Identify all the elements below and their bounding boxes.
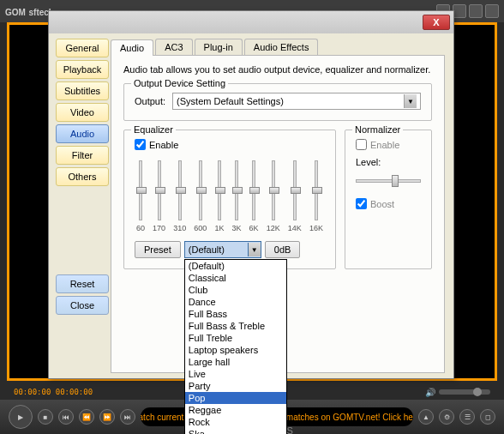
stop-button[interactable]: ■ bbox=[38, 409, 53, 425]
playlist-button[interactable]: ☰ bbox=[459, 409, 475, 425]
eq-thumb[interactable] bbox=[196, 187, 207, 194]
tab-row: Audio AC3 Plug-in Audio Effects bbox=[111, 39, 445, 56]
play-button[interactable]: ▶ bbox=[9, 405, 33, 429]
zero-db-button[interactable]: 0dB bbox=[265, 241, 301, 258]
screen-button[interactable]: ◻ bbox=[480, 409, 495, 425]
preset-option[interactable]: Dance bbox=[185, 296, 286, 308]
sidebar-item-filter[interactable]: Filter bbox=[56, 146, 109, 165]
preset-option[interactable]: Classical bbox=[185, 272, 286, 284]
prev-button[interactable]: ⏮ bbox=[58, 409, 74, 425]
eq-thumb[interactable] bbox=[176, 187, 186, 194]
logo-text: GOM bbox=[5, 8, 26, 17]
eq-enable-label: Enable bbox=[149, 140, 178, 150]
preset-option[interactable]: Reggae bbox=[185, 404, 286, 416]
timecode: 00:00:00 00:00:00 bbox=[14, 388, 93, 396]
sidebar-item-subtitles[interactable]: Subtitles bbox=[56, 81, 109, 100]
dialog-close-button[interactable]: X bbox=[423, 15, 450, 30]
output-device-select[interactable]: (System Default Settings) ▼ bbox=[172, 93, 421, 110]
norm-enable-checkbox[interactable]: Enable bbox=[356, 139, 421, 150]
preset-option[interactable]: Laptop speakers bbox=[185, 344, 286, 356]
sidebar: General Playback Subtitles Video Audio F… bbox=[49, 33, 111, 378]
output-value: (System Default Settings) bbox=[177, 96, 284, 106]
close-button[interactable] bbox=[485, 4, 499, 18]
settings-panel: Audio AC3 Plug-in Audio Effects Audio ta… bbox=[111, 33, 453, 378]
eq-band-14K[interactable]: 14K bbox=[288, 160, 302, 232]
preset-option[interactable]: Live bbox=[185, 368, 286, 380]
level-thumb[interactable] bbox=[392, 175, 399, 187]
sidebar-item-playback[interactable]: Playback bbox=[56, 60, 109, 79]
eq-band-6K[interactable]: 6K bbox=[249, 160, 259, 232]
eq-enable-checkbox[interactable]: Enable bbox=[135, 139, 325, 150]
eq-band-1K[interactable]: 1K bbox=[214, 160, 224, 232]
normalizer-group: Normalizer Enable Level: Boost bbox=[345, 130, 432, 269]
eq-band-170[interactable]: 170 bbox=[153, 160, 165, 232]
eq-thumb[interactable] bbox=[291, 187, 301, 194]
eq-thumb[interactable] bbox=[232, 187, 243, 194]
eq-band-label: 310 bbox=[173, 224, 186, 232]
eq-sliders: 601703106001K3K6K12K14K16K bbox=[135, 157, 325, 232]
preset-button[interactable]: Preset bbox=[135, 241, 181, 258]
preset-option[interactable]: Large hall bbox=[185, 356, 286, 368]
sidebar-item-video[interactable]: Video bbox=[56, 103, 109, 122]
volume-area: 🔊 bbox=[425, 388, 490, 397]
sidebar-item-general[interactable]: General bbox=[56, 39, 109, 57]
volume-icon[interactable]: 🔊 bbox=[425, 388, 435, 397]
preset-option[interactable]: Club bbox=[185, 284, 286, 296]
eq-band-label: 1K bbox=[214, 224, 224, 232]
eq-band-3K[interactable]: 3K bbox=[232, 160, 242, 232]
volume-slider[interactable] bbox=[439, 389, 490, 395]
eq-band-60[interactable]: 60 bbox=[136, 160, 145, 232]
eq-band-label: 3K bbox=[232, 224, 242, 232]
next-button[interactable]: ⏭ bbox=[120, 409, 135, 425]
preset-row: Preset (Default) ▼ (Default)ClassicalClu… bbox=[135, 241, 325, 258]
tab-audio-effects[interactable]: Audio Effects bbox=[244, 39, 319, 55]
eq-thumb[interactable] bbox=[269, 187, 279, 194]
eq-thumb[interactable] bbox=[155, 187, 165, 194]
eq-band-label: 12K bbox=[267, 224, 280, 232]
eq-thumb[interactable] bbox=[312, 187, 322, 194]
eq-thumb[interactable] bbox=[215, 187, 225, 194]
dialog-titlebar[interactable]: X bbox=[49, 11, 453, 33]
sidebar-item-audio[interactable]: Audio bbox=[56, 124, 109, 143]
eq-band-310[interactable]: 310 bbox=[173, 160, 186, 232]
reset-button[interactable]: Reset bbox=[56, 274, 109, 293]
close-button-sidebar[interactable]: Close bbox=[56, 296, 109, 315]
eq-thumb[interactable] bbox=[136, 187, 147, 194]
eq-band-label: 600 bbox=[194, 224, 207, 232]
settings-button[interactable]: ⚙ bbox=[439, 409, 454, 425]
level-slider[interactable] bbox=[356, 172, 421, 190]
tab-plugin[interactable]: Plug-in bbox=[195, 39, 243, 55]
norm-enable-input[interactable] bbox=[356, 139, 367, 150]
tab-ac3[interactable]: AC3 bbox=[155, 39, 192, 55]
preset-option[interactable]: Ska bbox=[185, 428, 286, 434]
eq-band-16K[interactable]: 16K bbox=[309, 160, 323, 232]
preset-option[interactable]: Party bbox=[185, 380, 286, 392]
normalizer-legend: Normalizer bbox=[352, 124, 403, 135]
eq-band-label: 16K bbox=[309, 224, 323, 232]
preset-option[interactable]: (Default) bbox=[185, 260, 286, 272]
forward-button[interactable]: ⏩ bbox=[99, 409, 115, 425]
preset-option[interactable]: Full Bass & Treble bbox=[185, 320, 286, 332]
dialog-body: General Playback Subtitles Video Audio F… bbox=[49, 33, 453, 378]
eq-band-12K[interactable]: 12K bbox=[267, 160, 280, 232]
eq-band-600[interactable]: 600 bbox=[194, 160, 207, 232]
maximize-button[interactable] bbox=[453, 4, 466, 18]
preset-option[interactable]: Full Bass bbox=[185, 308, 286, 320]
preset-option[interactable]: Rock bbox=[185, 416, 286, 428]
preset-option[interactable]: Full Treble bbox=[185, 332, 286, 344]
eq-enable-input[interactable] bbox=[135, 139, 146, 150]
output-legend: Output Device Setting bbox=[131, 78, 228, 88]
preset-option[interactable]: Pop bbox=[185, 392, 286, 404]
sidebar-item-others[interactable]: Others bbox=[56, 167, 109, 186]
restore-button[interactable] bbox=[469, 4, 483, 18]
eq-thumb[interactable] bbox=[249, 187, 260, 194]
level-label: Level: bbox=[356, 157, 421, 167]
tab-audio[interactable]: Audio bbox=[111, 39, 153, 56]
rewind-button[interactable]: ⏪ bbox=[79, 409, 94, 425]
preset-combo[interactable]: (Default) ▼ (Default)ClassicalClubDanceF… bbox=[184, 241, 261, 258]
boost-checkbox[interactable]: Boost bbox=[356, 198, 421, 209]
preset-dropdown[interactable]: (Default)ClassicalClubDanceFull BassFull… bbox=[184, 259, 287, 434]
boost-input[interactable] bbox=[356, 198, 367, 209]
preferences-dialog: X General Playback Subtitles Video Audio… bbox=[48, 10, 454, 379]
open-button[interactable]: ▲ bbox=[418, 409, 434, 425]
